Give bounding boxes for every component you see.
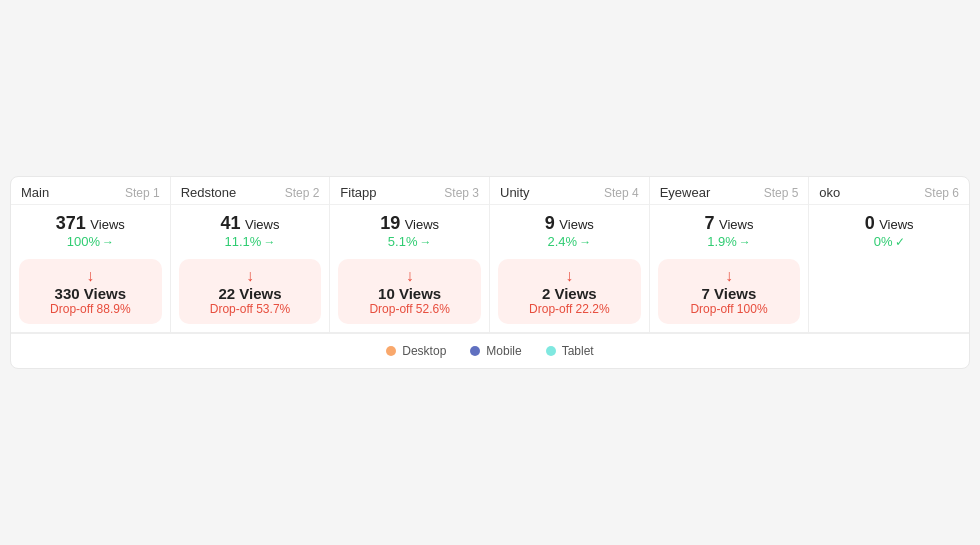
views-count-3: 9 Views xyxy=(500,213,639,234)
views-count-2: 19 Views xyxy=(340,213,479,234)
step-stats-5: 0 Views 0% ✓ xyxy=(809,205,969,253)
step-header-2: Fitapp Step 3 xyxy=(330,177,489,205)
step-name-3: Unity xyxy=(500,185,530,200)
step-header-5: oko Step 6 xyxy=(809,177,969,205)
dropoff-arrow-2: ↓ xyxy=(348,267,471,285)
step-name-2: Fitapp xyxy=(340,185,376,200)
step-number-1: Step 2 xyxy=(285,186,320,200)
dropoff-views-4: 7 Views xyxy=(668,285,791,302)
step-header-0: Main Step 1 xyxy=(11,177,170,205)
step-header-3: Unity Step 4 xyxy=(490,177,649,205)
dropoff-arrow-3: ↓ xyxy=(508,267,631,285)
legend-label-desktop: Desktop xyxy=(402,344,446,358)
dropoff-arrow-1: ↓ xyxy=(189,267,312,285)
legend-item-tablet: Tablet xyxy=(546,344,594,358)
step-stats-1: 41 Views 11.1% → xyxy=(171,205,330,253)
step-stats-0: 371 Views 100% → xyxy=(11,205,170,253)
step-name-1: Redstone xyxy=(181,185,237,200)
views-count-5: 0 Views xyxy=(819,213,959,234)
step-number-0: Step 1 xyxy=(125,186,160,200)
step-number-2: Step 3 xyxy=(444,186,479,200)
views-pct-0: 100% → xyxy=(21,234,160,249)
dropoff-label-1: Drop-off 53.7% xyxy=(189,302,312,316)
dropoff-views-0: 330 Views xyxy=(29,285,152,302)
legend-label-mobile: Mobile xyxy=(486,344,521,358)
dropoff-arrow-0: ↓ xyxy=(29,267,152,285)
dropoff-box-1: ↓ 22 Views Drop-off 53.7% xyxy=(179,259,322,324)
step-stats-2: 19 Views 5.1% → xyxy=(330,205,489,253)
dropoff-views-1: 22 Views xyxy=(189,285,312,302)
step-stats-4: 7 Views 1.9% → xyxy=(650,205,809,253)
dropoff-label-3: Drop-off 22.2% xyxy=(508,302,631,316)
views-pct-1: 11.1% → xyxy=(181,234,320,249)
dropoff-box-3: ↓ 2 Views Drop-off 22.2% xyxy=(498,259,641,324)
step-col-2: Fitapp Step 3 19 Views 5.1% → xyxy=(330,177,490,332)
dropoff-label-0: Drop-off 88.9% xyxy=(29,302,152,316)
legend: Desktop Mobile Tablet xyxy=(11,333,969,368)
step-number-3: Step 4 xyxy=(604,186,639,200)
dropoff-views-3: 2 Views xyxy=(508,285,631,302)
step-name-5: oko xyxy=(819,185,840,200)
legend-dot-desktop xyxy=(386,346,396,356)
legend-dot-mobile xyxy=(470,346,480,356)
views-count-4: 7 Views xyxy=(660,213,799,234)
legend-item-desktop: Desktop xyxy=(386,344,446,358)
step-name-4: Eyewear xyxy=(660,185,711,200)
views-pct-4: 1.9% → xyxy=(660,234,799,249)
step-name-0: Main xyxy=(21,185,49,200)
legend-item-mobile: Mobile xyxy=(470,344,521,358)
step-col-0: Main Step 1 371 Views 100% → xyxy=(11,177,171,332)
step-header-1: Redstone Step 2 xyxy=(171,177,330,205)
legend-label-tablet: Tablet xyxy=(562,344,594,358)
views-pct-2: 5.1% → xyxy=(340,234,479,249)
dropoff-box-0: ↓ 330 Views Drop-off 88.9% xyxy=(19,259,162,324)
funnel-container: Main Step 1 371 Views 100% → xyxy=(10,176,970,369)
step-header-4: Eyewear Step 5 xyxy=(650,177,809,205)
dropoff-box-4: ↓ 7 Views Drop-off 100% xyxy=(658,259,801,324)
funnel-grid: Main Step 1 371 Views 100% → xyxy=(11,177,969,333)
views-pct-5: 0% ✓ xyxy=(819,234,959,249)
views-count-0: 371 Views xyxy=(21,213,160,234)
dropoff-arrow-4: ↓ xyxy=(668,267,791,285)
step-stats-3: 9 Views 2.4% → xyxy=(490,205,649,253)
views-count-1: 41 Views xyxy=(181,213,320,234)
dropoff-box-2: ↓ 10 Views Drop-off 52.6% xyxy=(338,259,481,324)
views-pct-3: 2.4% → xyxy=(500,234,639,249)
dropoff-views-2: 10 Views xyxy=(348,285,471,302)
funnel-visual-5 xyxy=(809,253,969,262)
step-col-3: Unity Step 4 9 Views 2.4% → xyxy=(490,177,650,332)
step-col-4: Eyewear Step 5 7 Views 1.9% → xyxy=(650,177,810,332)
dropoff-label-2: Drop-off 52.6% xyxy=(348,302,471,316)
step-col-5: oko Step 6 0 Views 0% ✓ xyxy=(809,177,969,332)
step-col-1: Redstone Step 2 41 Views 11.1% → xyxy=(171,177,331,332)
dropoff-label-4: Drop-off 100% xyxy=(668,302,791,316)
step-number-4: Step 5 xyxy=(764,186,799,200)
legend-dot-tablet xyxy=(546,346,556,356)
step-number-5: Step 6 xyxy=(924,186,959,200)
